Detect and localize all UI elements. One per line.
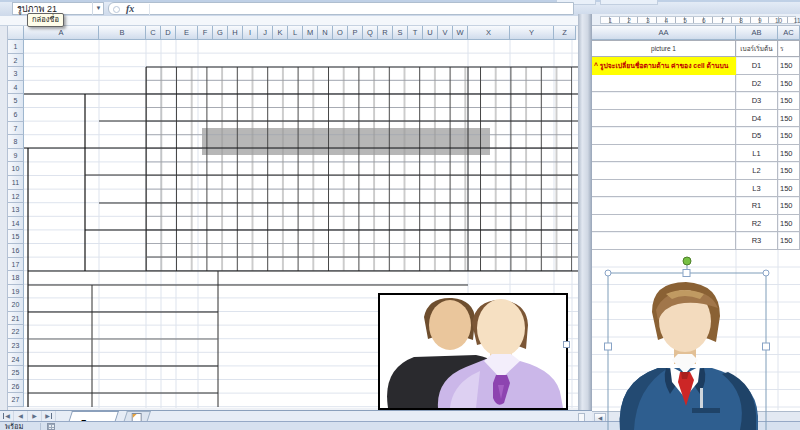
empty-cell[interactable] [592, 197, 736, 215]
row-header[interactable]: 3 [8, 67, 24, 81]
edge-handle[interactable] [605, 343, 612, 350]
code-cell[interactable]: D5 [736, 127, 778, 145]
insert-function-button[interactable]: fx [126, 3, 144, 15]
column-header[interactable]: J [258, 26, 273, 40]
empty-cell[interactable] [592, 180, 736, 198]
edge-handle[interactable] [683, 270, 690, 277]
code-cell[interactable]: L3 [736, 180, 778, 198]
column-header[interactable]: AB [736, 26, 778, 40]
value-cell[interactable]: 150 [778, 197, 800, 215]
column-header[interactable]: A [24, 26, 99, 40]
row-header[interactable]: 25 [8, 366, 24, 380]
value-cell[interactable]: 150 [778, 75, 800, 93]
row-header[interactable]: 24 [8, 353, 24, 367]
row-header[interactable]: 18 [8, 271, 24, 285]
rotation-handle[interactable] [683, 257, 691, 265]
row-header[interactable]: 8 [8, 135, 24, 149]
column-header[interactable]: M [303, 26, 318, 40]
row-header[interactable]: 14 [8, 217, 24, 231]
value-cell[interactable]: 150 [778, 180, 800, 198]
row-header[interactable]: 2 [8, 54, 24, 68]
row-header[interactable]: 17 [8, 258, 24, 272]
column-header[interactable]: R [378, 26, 393, 40]
column-header[interactable]: N [318, 26, 333, 40]
empty-cell[interactable] [592, 232, 736, 250]
value-cell[interactable]: 150 [778, 92, 800, 110]
empty-cell[interactable] [592, 145, 736, 163]
column-header[interactable]: S [393, 26, 408, 40]
row-header[interactable]: 5 [8, 94, 24, 108]
value-cell[interactable]: 150 [778, 110, 800, 128]
row-header[interactable]: 20 [8, 298, 24, 312]
row-header[interactable]: 22 [8, 325, 24, 339]
table-row[interactable]: L3 150 [592, 180, 800, 198]
macro-record-icon[interactable] [47, 423, 55, 430]
column-header[interactable]: Z [554, 26, 576, 40]
row-header[interactable]: 1 [8, 40, 24, 54]
code-cell[interactable]: D3 [736, 92, 778, 110]
selection-handle[interactable] [563, 341, 570, 348]
yellow-note-cell[interactable]: ^ รูปจะเปลี่ยนชื่อตามด้าน ค่าของ cell ด้… [592, 57, 736, 75]
value-cell[interactable]: 150 [778, 145, 800, 163]
table-row[interactable]: D5 150 [592, 127, 800, 145]
formula-bar[interactable]: fx [108, 2, 574, 15]
code-cell[interactable]: R1 [736, 197, 778, 215]
column-header[interactable]: K [273, 26, 288, 40]
corner-handle[interactable] [763, 270, 769, 276]
start-number-header-cell[interactable]: เบอร์เริ่มต้น [736, 40, 778, 57]
code-cell[interactable]: L2 [736, 162, 778, 180]
empty-cell[interactable] [592, 215, 736, 233]
row-header[interactable]: 7 [8, 122, 24, 136]
value-cell[interactable]: 150 [778, 127, 800, 145]
column-header[interactable]: F [198, 26, 213, 40]
row-header[interactable]: 19 [8, 285, 24, 299]
code-cell[interactable]: R2 [736, 215, 778, 233]
table-row[interactable]: R1 150 [592, 197, 800, 215]
column-header[interactable]: H [228, 26, 243, 40]
picture-header-cell[interactable]: picture 1 [592, 40, 736, 57]
picture-selection-overlay[interactable] [600, 252, 780, 430]
value-cell[interactable]: 150 [778, 162, 800, 180]
column-header[interactable]: X [468, 26, 510, 40]
row-header[interactable]: 9 [8, 149, 24, 163]
code-cell[interactable]: D2 [736, 75, 778, 93]
row-header[interactable]: 6 [8, 108, 24, 122]
table-row[interactable]: D2 150 [592, 75, 800, 93]
row-header[interactable]: 15 [8, 230, 24, 244]
empty-cell[interactable] [592, 127, 736, 145]
table-row[interactable]: R2 150 [592, 215, 800, 233]
edge-handle[interactable] [763, 343, 770, 350]
code-cell[interactable]: D4 [736, 110, 778, 128]
column-header[interactable]: E [176, 26, 198, 40]
column-header[interactable]: P [348, 26, 363, 40]
row-header[interactable]: 12 [8, 190, 24, 204]
value-cell[interactable]: 150 [778, 232, 800, 250]
column-header[interactable]: B [99, 26, 146, 40]
column-header[interactable]: Q [363, 26, 378, 40]
window-split-bar[interactable] [578, 14, 592, 422]
column-header[interactable]: O [333, 26, 348, 40]
picture-two-businessmen[interactable] [378, 293, 568, 410]
select-all-corner[interactable] [8, 26, 24, 40]
row-header[interactable]: 27 [8, 393, 24, 407]
table-row[interactable]: L2 150 [592, 162, 800, 180]
row-header[interactable]: 13 [8, 203, 24, 217]
value-cell[interactable]: 150 [778, 215, 800, 233]
column-header[interactable]: L [288, 26, 303, 40]
table-row[interactable]: D4 150 [592, 110, 800, 128]
code-cell[interactable]: D1 [736, 57, 778, 75]
column-header[interactable]: Y [510, 26, 554, 40]
value-cell[interactable]: 150 [778, 57, 800, 75]
column-header[interactable]: AA [592, 26, 736, 40]
code-cell[interactable]: R3 [736, 232, 778, 250]
table-row[interactable]: R3 150 [592, 232, 800, 250]
code-cell[interactable]: L1 [736, 145, 778, 163]
table-row[interactable]: D3 150 [592, 92, 800, 110]
row-header[interactable]: 16 [8, 244, 24, 258]
column-header[interactable]: C [146, 26, 161, 40]
row-header[interactable]: 21 [8, 312, 24, 326]
column-header[interactable]: V [438, 26, 453, 40]
row-header[interactable]: 23 [8, 339, 24, 353]
column-header[interactable]: U [423, 26, 438, 40]
row-header[interactable]: 10 [8, 162, 24, 176]
